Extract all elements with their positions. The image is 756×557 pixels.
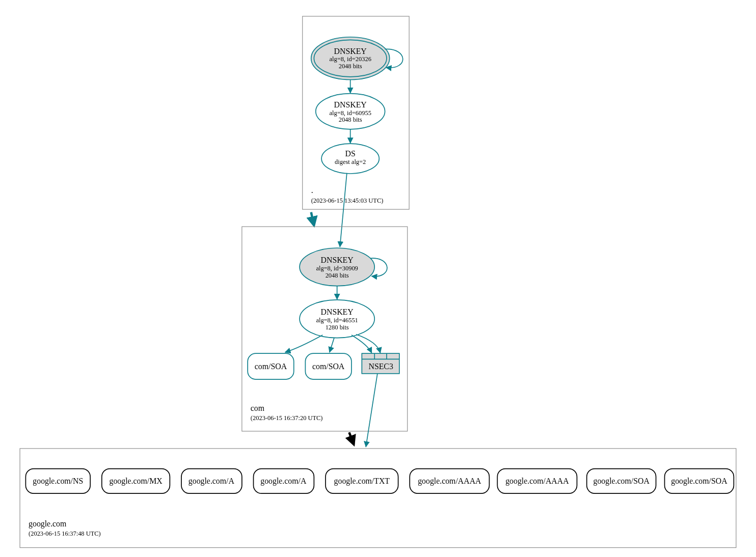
- google-record-soa-2: google.com/SOA: [665, 469, 734, 494]
- svg-text:google.com/NS: google.com/NS: [33, 477, 83, 486]
- svg-text:google.com/A: google.com/A: [188, 477, 235, 486]
- nsec3-node: NSEC3: [362, 353, 399, 374]
- svg-text:google.com/MX: google.com/MX: [109, 477, 163, 486]
- google-record-ns: google.com/NS: [25, 469, 90, 494]
- svg-text:google.com/A: google.com/A: [260, 477, 307, 486]
- svg-text:alg=8, id=30909: alg=8, id=30909: [316, 265, 358, 272]
- svg-text:google.com/SOA: google.com/SOA: [671, 477, 727, 486]
- svg-text:(2023-06-15 13:45:03 UTC): (2023-06-15 13:45:03 UTC): [311, 197, 384, 204]
- svg-text:2048 bits: 2048 bits: [326, 272, 349, 279]
- dnssec-diagram: . (2023-06-15 13:45:03 UTC) DNSKEY alg=8…: [8, 8, 748, 549]
- com-zsk-node: DNSKEY alg=8, id=46551 1280 bits: [300, 300, 374, 338]
- svg-text:1280 bits: 1280 bits: [326, 324, 349, 331]
- root-ksk-node: DNSKEY alg=8, id=20326 2048 bits: [311, 37, 390, 80]
- svg-text:(2023-06-15 16:37:20 UTC): (2023-06-15 16:37:20 UTC): [251, 414, 323, 422]
- svg-text:(2023-06-15 16:37:48 UTC): (2023-06-15 16:37:48 UTC): [29, 530, 101, 537]
- svg-text:alg=8, id=60955: alg=8, id=60955: [329, 109, 371, 117]
- svg-text:DNSKEY: DNSKEY: [334, 47, 367, 55]
- google-record-a-2: google.com/A: [254, 469, 314, 494]
- svg-rect-35: [20, 449, 736, 548]
- svg-text:DNSKEY: DNSKEY: [321, 256, 354, 264]
- svg-text:com/SOA: com/SOA: [312, 362, 345, 371]
- google-record-txt: google.com/TXT: [326, 469, 398, 494]
- root-ds-node: DS digest alg=2: [321, 144, 379, 174]
- svg-text:digest alg=2: digest alg=2: [335, 158, 366, 165]
- svg-text:google.com: google.com: [29, 519, 67, 528]
- svg-text:google.com/TXT: google.com/TXT: [334, 477, 390, 486]
- google-record-aaaa-1: google.com/AAAA: [410, 469, 489, 494]
- google-record-soa-1: google.com/SOA: [587, 469, 656, 494]
- svg-text:DNSKEY: DNSKEY: [321, 308, 354, 316]
- google-record-a-1: google.com/A: [181, 469, 242, 494]
- svg-text:com: com: [251, 404, 265, 412]
- com-soa-1: com/SOA: [248, 353, 294, 379]
- svg-text:google.com/AAAA: google.com/AAAA: [505, 477, 569, 486]
- svg-text:2048 bits: 2048 bits: [339, 63, 362, 70]
- svg-text:.: .: [311, 186, 313, 194]
- svg-text:alg=8, id=20326: alg=8, id=20326: [329, 55, 371, 63]
- svg-text:com/SOA: com/SOA: [255, 362, 287, 371]
- com-zone: com (2023-06-15 16:37:20 UTC) DNSKEY alg…: [242, 227, 408, 431]
- com-soa-2: com/SOA: [305, 353, 352, 379]
- svg-text:DS: DS: [345, 149, 356, 158]
- google-record-mx: google.com/MX: [102, 469, 170, 494]
- root-zsk-node: DNSKEY alg=8, id=60955 2048 bits: [316, 94, 385, 129]
- google-record-aaaa-2: google.com/AAAA: [497, 469, 577, 494]
- google-zone: google.com (2023-06-15 16:37:48 UTC) goo…: [20, 449, 736, 548]
- svg-text:google.com/AAAA: google.com/AAAA: [418, 477, 481, 486]
- svg-text:google.com/SOA: google.com/SOA: [593, 477, 650, 486]
- root-zone: . (2023-06-15 13:45:03 UTC) DNSKEY alg=8…: [303, 16, 409, 209]
- svg-text:NSEC3: NSEC3: [368, 362, 393, 371]
- svg-text:2048 bits: 2048 bits: [339, 116, 362, 123]
- svg-text:DNSKEY: DNSKEY: [334, 100, 367, 109]
- com-ksk-node: DNSKEY alg=8, id=30909 2048 bits: [300, 248, 374, 286]
- svg-text:alg=8, id=46551: alg=8, id=46551: [316, 317, 358, 324]
